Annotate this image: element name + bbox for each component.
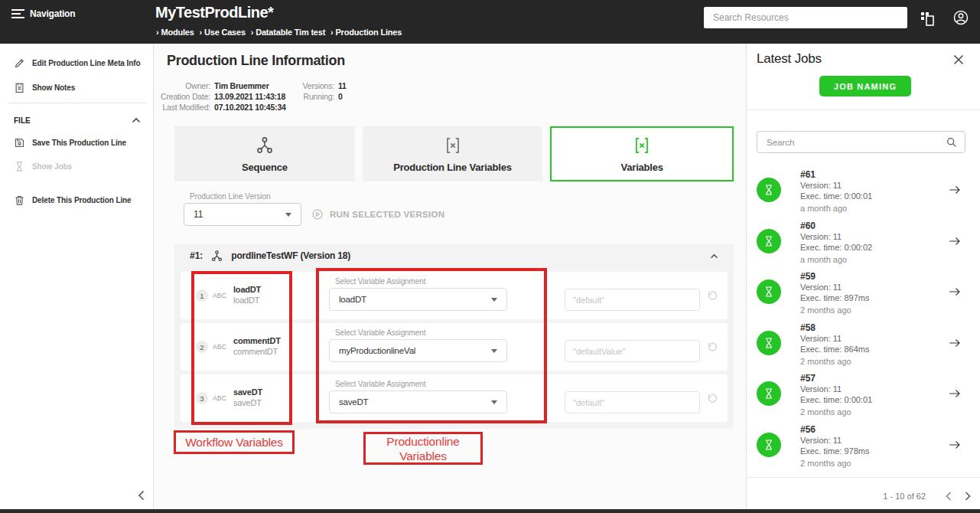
job-item[interactable]: #61 Version: 11 Exec. time: 0:00:01 a mo… <box>747 165 980 216</box>
type-abc-label: ABC <box>213 292 226 299</box>
edit-meta-item[interactable]: Edit Production Line Meta Info <box>14 57 140 69</box>
arrow-right-icon[interactable] <box>947 336 962 350</box>
tab-production-line-variables[interactable]: Production Line Variables <box>363 126 543 181</box>
arrow-right-icon[interactable] <box>947 387 962 400</box>
job-id: #58 <box>800 322 816 333</box>
job-status-icon <box>757 433 781 457</box>
job-item[interactable]: #60 Version: 11 Exec. time: 0:00:02 a mo… <box>747 216 980 267</box>
chevron-down-icon <box>491 298 497 302</box>
account-icon[interactable] <box>952 9 969 26</box>
variable-row: 1 ABC loadDT loadDT Select Variable Assi… <box>181 272 728 319</box>
job-exec-time: Exec. time: 0:00:01 <box>800 191 872 201</box>
close-icon[interactable] <box>953 54 964 65</box>
running-value: 0 <box>338 92 343 101</box>
menu-icon[interactable] <box>11 9 24 18</box>
arrow-right-icon[interactable] <box>947 234 962 248</box>
versions-label: Versions: <box>273 81 334 90</box>
breadcrumb-item[interactable]: Use Cases <box>204 28 246 37</box>
breadcrumb-item[interactable]: Production Lines <box>335 28 402 37</box>
arrow-right-icon[interactable] <box>947 285 962 299</box>
breadcrumb-item[interactable]: Datatable Tim test <box>256 28 325 37</box>
job-item[interactable]: #56 Version: 11 Exec. time: 978ms 2 mont… <box>747 420 980 471</box>
tab-sequence[interactable]: Sequence <box>174 126 355 181</box>
search-icon[interactable] <box>946 136 958 149</box>
pagination-next-icon[interactable] <box>965 492 971 501</box>
save-production-line-label: Save This Production Line <box>32 139 126 147</box>
main-content: Production Line Information Owner: Tim B… <box>154 44 746 509</box>
variable-assignment-select[interactable]: saveDT <box>329 390 507 413</box>
latest-jobs-panel: Latest Jobs JOB NAMING #61 Version: 11 E… <box>746 44 980 509</box>
chevron-down-icon <box>491 349 497 353</box>
variable-assignment-select[interactable]: loadDT <box>329 288 507 311</box>
job-version: Version: 11 <box>800 334 842 343</box>
workflow-variable-name: loadDT <box>233 285 261 294</box>
workflow-index: #1: <box>190 250 203 261</box>
select-assignment-label: Select Variable Assignment <box>335 380 425 388</box>
version-select[interactable]: 11 <box>184 203 301 226</box>
version-select-label: Production Line Version <box>190 192 271 201</box>
reset-icon[interactable] <box>705 289 718 302</box>
default-value-input[interactable] <box>565 289 700 311</box>
pagination-prev-icon[interactable] <box>946 492 952 501</box>
divider <box>747 109 980 110</box>
job-status-icon <box>757 279 781 304</box>
job-item[interactable]: #59 Version: 11 Exec. time: 897ms 2 mont… <box>747 266 980 318</box>
job-item[interactable]: #57 Version: 11 Exec. time: 0:00:01 2 mo… <box>747 368 980 420</box>
navigation-label[interactable]: Navigation <box>30 8 75 19</box>
run-selected-version-button[interactable]: RUN SELECTED VERSION <box>311 208 444 221</box>
workflow-variable-name: saveDT <box>233 387 262 397</box>
job-age: 2 months ago <box>800 357 851 366</box>
hourglass-icon <box>763 235 775 247</box>
breadcrumb-separator: › <box>330 28 333 37</box>
job-id: #57 <box>800 373 816 384</box>
chevron-down-icon <box>285 213 291 217</box>
workflow-panel: #1: pordlineTestWF (Version 18) 1 ABC lo… <box>174 243 734 429</box>
job-id: #59 <box>800 271 816 282</box>
last-modified-value: 07.10.2021 10:45:34 <box>214 103 286 112</box>
delete-production-line-item[interactable]: Delete This Production Line <box>14 194 132 206</box>
variable-assignment-select[interactable]: myProductionlineVal <box>329 339 507 362</box>
save-production-line-item[interactable]: Save This Production Line <box>14 137 126 149</box>
workflow-variable-subname: commentDT <box>233 347 281 356</box>
panel-collapse-icon[interactable] <box>710 253 718 259</box>
default-value-input[interactable] <box>565 340 700 362</box>
arrow-right-icon[interactable] <box>947 183 962 197</box>
job-naming-button[interactable]: JOB NAMING <box>819 76 911 96</box>
default-value-input[interactable] <box>565 391 700 413</box>
pencil-icon <box>14 57 25 69</box>
job-version: Version: 11 <box>800 283 842 292</box>
job-version: Version: 11 <box>800 181 842 190</box>
reset-icon[interactable] <box>705 392 718 405</box>
arrow-right-icon[interactable] <box>947 438 962 452</box>
workflow-variable-subname: saveDT <box>233 398 262 407</box>
breadcrumb-separator: › <box>251 28 253 37</box>
file-collapse-icon[interactable] <box>132 117 141 123</box>
tab-sequence-label: Sequence <box>242 162 288 173</box>
reset-icon[interactable] <box>705 341 718 354</box>
latest-jobs-title: Latest Jobs <box>757 51 822 67</box>
workflow-variable-name: commentDT <box>233 336 281 345</box>
job-id: #61 <box>800 169 816 180</box>
tab-variables[interactable]: Variables <box>550 126 734 181</box>
last-modified-label: Last Modified: <box>149 103 210 112</box>
job-id: #56 <box>800 424 816 435</box>
jobs-search-input[interactable] <box>757 132 965 152</box>
workflow-panel-header[interactable]: #1: pordlineTestWF (Version 18) <box>174 243 734 268</box>
show-notes-item[interactable]: Show Notes <box>14 82 75 93</box>
job-version: Version: 11 <box>800 436 842 445</box>
annotation-label-productionline-variables: Productionline Variables <box>363 432 483 465</box>
chevron-down-icon <box>491 400 497 404</box>
breadcrumb-item[interactable]: Modules <box>161 28 194 37</box>
search-resources-input[interactable] <box>704 7 907 28</box>
type-abc-label: ABC <box>213 343 226 351</box>
job-item[interactable]: #58 Version: 11 Exec. time: 864ms 2 mont… <box>747 318 980 369</box>
bottom-bar <box>0 509 980 513</box>
variable-assignment-value: loadDT <box>339 295 491 304</box>
hourglass-icon <box>763 184 775 196</box>
delete-production-line-label: Delete This Production Line <box>32 196 132 204</box>
creation-date-label: Creation Date: <box>149 92 210 101</box>
modules-icon[interactable] <box>919 10 936 27</box>
row-number: 2 <box>196 341 208 353</box>
tab-production-line-variables-label: Production Line Variables <box>393 162 512 173</box>
sidebar-collapse-icon[interactable] <box>138 490 145 501</box>
